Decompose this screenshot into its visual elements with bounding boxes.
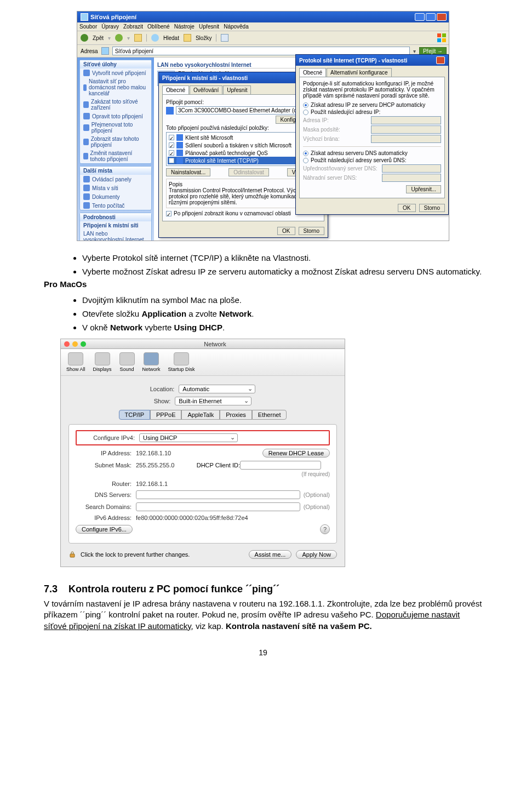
sidebar-item[interactable]: Zobrazit stav tohoto připojení [80, 135, 151, 149]
search-button[interactable]: Hledat [163, 35, 179, 41]
renew-button[interactable]: Renew DHCP Lease [262, 449, 330, 458]
bullet-item: Vyberte Protokol sítě internet (TCP/IP) … [82, 252, 482, 264]
close-button[interactable] [436, 56, 445, 64]
pref-network[interactable]: Network [142, 352, 161, 372]
radio[interactable] [303, 110, 308, 115]
section-paragraph: V továrním nastavení je IP adresa brány … [44, 598, 482, 632]
maximize-button[interactable] [426, 13, 436, 21]
radio-static-ip[interactable]: Použít následující adresu IP: [303, 109, 441, 115]
tab-general[interactable]: Obecné [162, 85, 189, 94]
ok-button[interactable]: OK [398, 204, 415, 212]
client-id-hint: (If required) [76, 471, 330, 477]
sidebar-item[interactable]: Dokumenty [80, 192, 151, 201]
pref-startup[interactable]: Startup Disk [168, 352, 195, 372]
minimize-icon[interactable] [72, 341, 78, 347]
ip-label: IP Address: [76, 450, 136, 456]
menu-item[interactable]: Upřesnit [199, 24, 219, 30]
lock-icon[interactable] [68, 551, 76, 558]
tab-auth[interactable]: Ověřování [190, 85, 222, 94]
client-id-input[interactable] [240, 461, 321, 470]
menu-item[interactable]: Nápověda [224, 24, 249, 30]
page-number: 19 [44, 648, 482, 657]
zoom-icon[interactable] [81, 341, 86, 347]
sidebar-item[interactable]: Tento počítač [80, 201, 151, 210]
radio-auto-dns[interactable]: Získat adresu serveru DNS automaticky [303, 150, 441, 156]
configure-select[interactable]: Using DHCP [139, 433, 238, 442]
tab-ethernet[interactable]: Ethernet [252, 410, 287, 420]
radio-auto-ip[interactable]: Získat adresu IP ze serveru DHCP automat… [303, 102, 441, 108]
cancel-button[interactable]: Storno [299, 227, 324, 235]
search-input[interactable] [136, 502, 300, 511]
tab-pppoe[interactable]: PPPoE [150, 410, 181, 420]
window-title: Network [89, 341, 341, 347]
sidebar-item[interactable]: Ovládací panely [80, 175, 151, 184]
checkbox[interactable]: ✓ [169, 142, 174, 148]
assist-button[interactable]: Assist me... [249, 550, 292, 559]
pref-showall[interactable]: Show All [66, 352, 85, 372]
sidebar-panel-tasks: Síťové úlohy Vytvořit nové připojení Nas… [79, 60, 152, 164]
bullet-item: Vyberte možnost Získat adresu IP ze serv… [82, 266, 482, 277]
apply-button[interactable]: Apply Now [296, 550, 337, 559]
pref-displays[interactable]: Displays [93, 352, 112, 372]
detail-line: LAN nebo vysokorychlostní Internet [80, 230, 151, 241]
forward-icon[interactable] [115, 34, 123, 42]
sidebar-item[interactable]: Přejmenovat toto připojení [80, 121, 151, 135]
radio[interactable] [303, 102, 308, 108]
tab-proxies[interactable]: Proxies [220, 410, 252, 420]
close-button[interactable] [437, 13, 447, 21]
network-icon [144, 352, 159, 365]
tab-general[interactable]: Obecné [299, 68, 326, 77]
sidebar-item[interactable]: Místa v síti [80, 184, 151, 192]
menu-item[interactable]: Úpravy [101, 24, 119, 30]
configure-ipv6-button[interactable]: Configure IPv6... [76, 525, 133, 534]
pref-sound[interactable]: Sound [119, 352, 135, 372]
sidebar-item[interactable]: Opravit toto připojení [80, 112, 151, 121]
folders-icon[interactable] [184, 34, 191, 42]
checkbox[interactable]: ✓ [166, 211, 171, 216]
close-icon[interactable] [64, 341, 70, 347]
show-label: Show: [154, 398, 175, 404]
intro-text: Podporuje-li síť automatickou konfigurac… [303, 81, 441, 99]
sidebar-item[interactable]: Zakázat toto síťové zařízení [80, 98, 151, 112]
tab-alt[interactable]: Alternativní konfigurace [327, 68, 392, 77]
radio[interactable] [303, 151, 308, 156]
sidebar-item[interactable]: Nastavit síť pro domácnost nebo malou ka… [80, 77, 151, 98]
help-button[interactable]: ? [320, 524, 330, 534]
configure-label: Configure IPv4: [79, 434, 139, 441]
checkbox[interactable]: ✓ [169, 135, 174, 140]
sound-icon [119, 352, 135, 365]
cancel-button[interactable]: Storno [419, 204, 445, 212]
mask-value: 255.255.255.0 [136, 462, 191, 468]
checkbox[interactable]: ✓ [169, 150, 174, 156]
tab-appletalk[interactable]: AppleTalk [181, 410, 220, 420]
menu-item[interactable]: Nástroje [174, 24, 195, 30]
checkbox[interactable]: ✓ [169, 158, 174, 163]
mask-label: Subnet Mask: [76, 462, 136, 468]
menu-item[interactable]: Zobrazit [123, 24, 143, 30]
sidebar-item[interactable]: Změnit nastavení tohoto připojení [80, 149, 151, 163]
up-icon[interactable] [134, 34, 142, 42]
back-button[interactable]: Zpět [93, 35, 104, 41]
views-icon[interactable] [221, 34, 228, 42]
menu-item[interactable]: Soubor [79, 24, 97, 30]
uninstall-button[interactable]: Odinstalovat [228, 168, 269, 176]
location-select[interactable]: Automatic [179, 385, 255, 393]
ip-input [371, 116, 441, 124]
tab-advanced[interactable]: Upřesnit [223, 85, 251, 94]
back-icon[interactable] [81, 34, 88, 42]
radio[interactable] [303, 158, 308, 163]
minimize-button[interactable] [415, 13, 425, 21]
search-icon[interactable] [151, 34, 159, 42]
folders-button[interactable]: Složky [196, 35, 211, 41]
install-button[interactable]: Nainstalovat... [166, 168, 210, 176]
radio-static-dns[interactable]: Použít následující adresy serverů DNS: [303, 157, 441, 163]
sidebar-header: Síťové úlohy [80, 60, 151, 68]
sidebar-item[interactable]: Vytvořit nové připojení [80, 68, 151, 77]
gateway-label: Výchozí brána: [303, 136, 369, 142]
show-select[interactable]: Built-in Ethernet [175, 397, 251, 405]
dns-input[interactable] [136, 490, 300, 499]
ok-button[interactable]: OK [277, 227, 295, 235]
menu-item[interactable]: Oblíbené [147, 24, 170, 30]
tab-tcpip[interactable]: TCP/IP [119, 410, 150, 420]
advanced-button[interactable]: Upřesnit... [406, 185, 441, 193]
